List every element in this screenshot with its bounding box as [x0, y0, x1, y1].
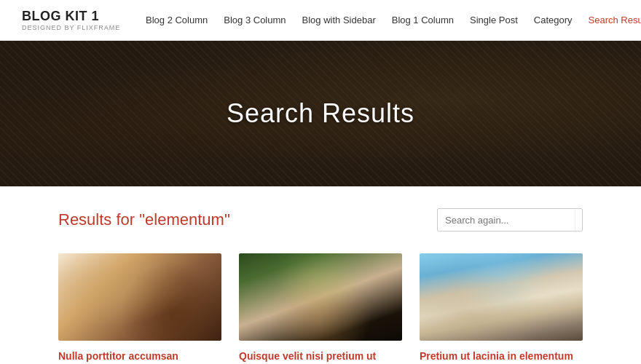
main-content: Results for "elementum" 🔍 Nulla porttito… — [44, 186, 597, 364]
search-box: 🔍 — [437, 208, 583, 232]
card-image-coffee — [58, 253, 221, 341]
card-link-2[interactable]: Quisque velit nisi pretium ut lacinia — [239, 349, 402, 364]
card-image-brewing — [239, 253, 402, 341]
search-button[interactable]: 🔍 — [575, 209, 583, 231]
card-2: Quisque velit nisi pretium ut laciniaPro… — [239, 253, 402, 364]
hero-banner: Search Results — [0, 41, 641, 186]
nav-item-blog-1-column[interactable]: Blog 1 Column — [392, 15, 454, 25]
nav-item-blog-3-column[interactable]: Blog 3 Column — [224, 15, 286, 25]
card-link-3[interactable]: Pretium ut lacinia in elementum — [420, 349, 583, 364]
nav-item-category[interactable]: Category — [534, 15, 573, 25]
main-nav: Blog 2 ColumnBlog 3 ColumnBlog with Side… — [146, 15, 641, 25]
results-title: Results for "elementum" — [58, 210, 230, 229]
search-input[interactable] — [438, 210, 575, 231]
logo[interactable]: BLOG KIT 1 designed by FLIXFRAME — [22, 9, 124, 31]
nav-item-blog-with-sidebar[interactable]: Blog with Sidebar — [302, 15, 376, 25]
nav-item-blog-2-column[interactable]: Blog 2 Column — [146, 15, 208, 25]
card-1: Nulla porttitor accumsan tinciduntProin … — [58, 253, 221, 364]
hero-title: Search Results — [227, 98, 414, 129]
card-image-santorini — [420, 253, 583, 341]
cards-grid: Nulla porttitor accumsan tinciduntProin … — [58, 253, 583, 364]
results-header: Results for "elementum" 🔍 — [58, 208, 583, 232]
card-link-1[interactable]: Nulla porttitor accumsan tincidunt — [58, 349, 221, 364]
logo-title: BLOG KIT 1 — [22, 9, 124, 24]
card-3: Pretium ut lacinia in elementumProin ege… — [420, 253, 583, 364]
logo-subtitle: designed by FLIXFRAME — [22, 24, 124, 31]
nav-item-search-results[interactable]: Search Results — [589, 15, 641, 25]
nav-item-single-post[interactable]: Single Post — [470, 15, 518, 25]
site-header: BLOG KIT 1 designed by FLIXFRAME Blog 2 … — [0, 0, 641, 41]
